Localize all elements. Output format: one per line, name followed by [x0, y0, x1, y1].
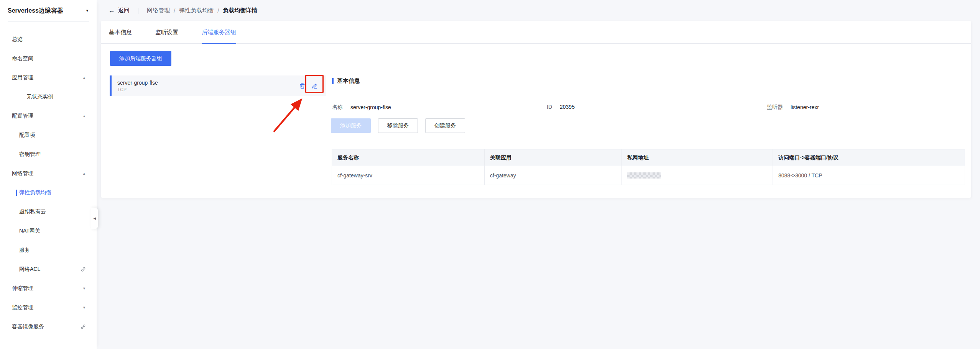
sidebar-item-service[interactable]: 服务: [0, 241, 97, 260]
sidebar-item-elastic-load-balancer[interactable]: 弹性负载均衡: [0, 183, 97, 202]
service-table: 服务名称 关联应用 私网地址 访问端口->容器端口/协议 cf-gateway-…: [332, 149, 965, 185]
caret-down-icon: ▼: [82, 306, 86, 310]
edit-group-button[interactable]: [311, 83, 318, 89]
tab-bar: 基本信息 监听设置 后端服务器组: [101, 21, 971, 44]
server-group-name: server-group-flse: [117, 80, 158, 86]
sidebar-collapse-toggle[interactable]: ◀: [91, 208, 98, 229]
cell-related-app: cf-gateway: [485, 166, 622, 185]
tab-basic-info[interactable]: 基本信息: [109, 21, 132, 44]
add-backend-group-button[interactable]: 添加后端服务器组: [110, 51, 171, 66]
active-indicator-bar: [16, 190, 17, 196]
column-header-service-name: 服务名称: [332, 149, 485, 166]
sidebar-item-container-registry[interactable]: 容器镜像服务: [0, 317, 97, 336]
section-title: 基本信息: [337, 77, 360, 85]
divider: [138, 8, 138, 14]
back-button[interactable]: ← 返回: [109, 7, 130, 14]
column-header-ports: 访问端口->容器端口/协议: [773, 149, 965, 166]
trash-icon: [299, 83, 306, 89]
tab-listener-settings[interactable]: 监听设置: [155, 21, 178, 44]
caret-up-icon: ▲: [82, 172, 86, 175]
back-arrow-icon: ←: [109, 7, 115, 14]
add-service-button[interactable]: 添加服务: [331, 118, 371, 133]
lb-detail-panel: 基本信息 监听设置 后端服务器组 添加后端服务器组 server-group-f…: [101, 21, 971, 198]
remove-service-button[interactable]: 移除服务: [378, 118, 418, 133]
field-name: 名称 server-group-flse: [332, 104, 391, 111]
delete-group-button[interactable]: [299, 83, 306, 89]
section-accent-bar: [332, 78, 334, 84]
pencil-icon: [311, 83, 318, 89]
product-switcher[interactable]: Serverless边缘容器 ▼: [8, 0, 89, 22]
column-header-private-ip: 私网地址: [622, 149, 773, 166]
field-id: ID 20395: [547, 104, 575, 110]
breadcrumb: 网络管理 / 弹性负载均衡 / 负载均衡详情: [147, 7, 257, 14]
tab-backend-server-groups[interactable]: 后端服务器组: [202, 21, 236, 44]
selected-indicator-bar: [110, 75, 112, 96]
product-title: Serverless边缘容器: [8, 7, 63, 15]
sidebar-item-namespace[interactable]: 命名空间: [0, 49, 97, 68]
column-header-related-app: 关联应用: [485, 149, 622, 166]
sidebar-item-network-acl[interactable]: 网络ACL: [0, 260, 97, 279]
external-link-icon: [81, 324, 86, 329]
cell-ports: 8088->3000 / TCP: [773, 166, 965, 185]
caret-up-icon: ▲: [82, 76, 86, 80]
sidebar-item-vpc[interactable]: 虚拟私有云: [0, 202, 97, 221]
sidebar-group-config-mgmt[interactable]: 配置管理▲: [0, 107, 97, 126]
basic-info-section-header: 基本信息: [332, 77, 360, 85]
collapse-left-icon: ◀: [94, 216, 96, 220]
page-header: ← 返回 网络管理 / 弹性负载均衡 / 负载均衡详情: [97, 0, 980, 21]
sidebar-group-scaling-mgmt[interactable]: 伸缩管理▼: [0, 279, 97, 298]
breadcrumb-elb[interactable]: 弹性负载均衡: [179, 7, 214, 14]
table-row: cf-gateway-srv cf-gateway 8088->3000 / T…: [332, 166, 965, 185]
sidebar: Serverless边缘容器 ▼ 总览 命名空间 应用管理▲ 无状态实例 配置管…: [0, 0, 97, 349]
caret-down-icon: ▼: [82, 287, 86, 290]
sidebar-group-network-mgmt[interactable]: 网络管理▲: [0, 164, 97, 183]
sidebar-group-monitor-mgmt[interactable]: 监控管理▼: [0, 298, 97, 317]
redacted-ip-blur: [627, 172, 661, 179]
sidebar-nav: 总览 命名空间 应用管理▲ 无状态实例 配置管理▲ 配置项 密钥管理 网络管理▲…: [0, 22, 97, 336]
breadcrumb-network-mgmt[interactable]: 网络管理: [147, 7, 170, 14]
server-group-card[interactable]: server-group-flse TCP: [110, 75, 326, 96]
sidebar-group-app-mgmt[interactable]: 应用管理▲: [0, 68, 97, 87]
cell-service-name: cf-gateway-srv: [332, 166, 485, 185]
create-service-button[interactable]: 创建服务: [425, 118, 465, 133]
cell-private-ip: [622, 166, 773, 185]
sidebar-item-secret-mgmt[interactable]: 密钥管理: [0, 145, 97, 164]
server-group-protocol: TCP: [117, 87, 158, 92]
external-link-icon: [81, 267, 86, 272]
field-listener: 监听器 listener-rexr: [767, 104, 819, 111]
sidebar-item-config-item[interactable]: 配置项: [0, 126, 97, 145]
chevron-down-icon: ▼: [86, 9, 89, 13]
service-actions: 添加服务 移除服务 创建服务: [331, 118, 465, 133]
sidebar-item-overview[interactable]: 总览: [0, 30, 97, 49]
sidebar-item-nat-gateway[interactable]: NAT网关: [0, 221, 97, 241]
caret-up-icon: ▲: [82, 114, 86, 118]
sidebar-item-stateless-instance[interactable]: 无状态实例: [0, 87, 97, 107]
breadcrumb-lb-detail: 负载均衡详情: [223, 7, 257, 14]
